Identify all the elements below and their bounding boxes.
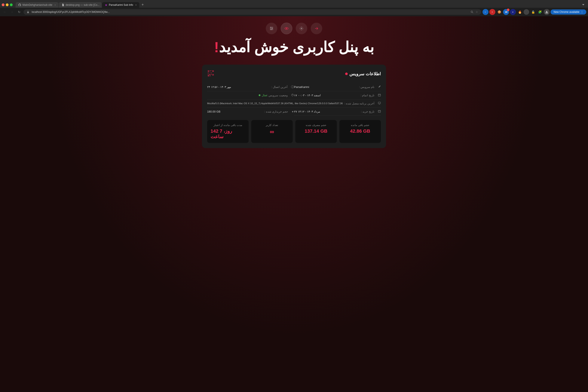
svg-text:M: M — [512, 11, 514, 13]
svg-point-18 — [301, 28, 302, 29]
svg-rect-41 — [378, 110, 380, 112]
consumed-value: 137.14 GB — [305, 128, 328, 134]
more-options-icon: ⋮ — [581, 10, 583, 14]
exclaim-mark: ! — [214, 39, 219, 55]
tab-3-close[interactable]: × — [135, 4, 136, 6]
expiry-row: تاریخ اتمام : ۱۷ اسفند ۱۴۰۳ - ۰۰:۰۳ — [294, 91, 381, 100]
tab-3-label: ParsaKarimi Sub Info — [109, 4, 133, 6]
purchase-date-value: مرداد ۱۴۰۳ - ۱۴:۱۲ ۲۷ — [294, 110, 320, 113]
tab-1-label: MatinDehghanian/sub-vite — [22, 4, 52, 6]
notification-badge — [507, 8, 510, 11]
svg-text:V: V — [485, 11, 486, 13]
extension-icon-shield[interactable]: 🔒 — [530, 9, 536, 15]
svg-rect-27 — [209, 74, 210, 75]
info-circle-icon: ⓘ — [291, 85, 294, 89]
service-name-row: نام سرویس : ParsaKarimi — [294, 83, 381, 91]
extension-icon-1[interactable]: V — [482, 9, 488, 15]
new-tab-button[interactable]: + — [140, 2, 146, 8]
new-chrome-button[interactable]: New Chrome available ⋮ — [550, 10, 586, 14]
tab-3[interactable]: ParsaKarimi Sub Info × — [102, 2, 139, 8]
maximize-button[interactable] — [10, 4, 12, 6]
url-icons: ☆ — [470, 10, 479, 14]
remaining-label: حجم باقی مانده — [351, 124, 369, 127]
user-avatar-icon[interactable]: 18 — [503, 9, 509, 15]
purchased-volume-value: 180.00 GB — [207, 110, 220, 113]
purchased-volume-label: حجم خریداری شده : — [264, 110, 288, 113]
tab-1-close[interactable]: × — [54, 4, 56, 6]
close-button[interactable] — [2, 4, 4, 6]
sparkle-icon: ✦ — [292, 110, 294, 114]
status-dot-green — [259, 94, 260, 96]
github-icon — [18, 4, 21, 6]
service-status-value: فعال — [259, 94, 267, 97]
validity-stat: مدت باقی مانده از اعتبار 142 روز، 7 ساعت — [207, 120, 249, 143]
svg-rect-32 — [378, 94, 380, 96]
service-name-value: ParsaKarimi — [294, 86, 309, 88]
gear-icon-button[interactable] — [296, 23, 307, 34]
tabs-container: MatinDehghanian/sub-vite × desktop.png —… — [16, 2, 580, 8]
purchased-volume-row: ✦ حجم خریداری شده : 180.00 GB — [207, 108, 294, 116]
service-card: اطلاعات سرویس نام سرویس : ParsaKarimi ⓘ … — [202, 64, 386, 148]
svg-rect-26 — [208, 74, 208, 74]
forward-button[interactable]: → — [9, 9, 15, 15]
card-title: اطلاعات سرویس — [345, 71, 381, 76]
consumed-label: حجم مصرف شده — [306, 124, 326, 127]
svg-rect-38 — [378, 102, 380, 104]
arrow-right-icon-button[interactable] — [311, 23, 322, 34]
info-grid: نام سرویس : ParsaKarimi ⓘ آخرین اتصال : … — [207, 83, 381, 116]
extension-icon-cookie[interactable]: 🍪 — [496, 9, 502, 15]
purchase-date-label: تاریخ خرید : — [361, 110, 374, 113]
tab-overflow-button[interactable] — [580, 2, 586, 8]
extension-icon-m[interactable]: M — [510, 9, 516, 15]
svg-rect-19 — [208, 70, 209, 72]
service-status-row: وضعیت سرویس : فعال — [207, 91, 294, 100]
search-icon[interactable] — [470, 10, 474, 14]
browser-chrome: MatinDehghanian/sub-vite × desktop.png —… — [0, 0, 588, 16]
users-count-stat: تعداد کاربر ∞ — [251, 120, 293, 143]
remaining-value: 42.86 GB — [350, 128, 370, 134]
consumed-volume-stat: حجم مصرف شده 137.14 GB — [295, 120, 337, 143]
tab-1[interactable]: MatinDehghanian/sub-vite × — [16, 2, 58, 8]
stats-row: حجم باقی مانده 42.86 GB حجم مصرف شده 137… — [207, 120, 381, 143]
extension-icon-red[interactable]: R — [489, 9, 495, 15]
users-label: تعداد کاربر — [266, 124, 278, 127]
svg-rect-1 — [27, 12, 29, 13]
svg-rect-21 — [212, 70, 212, 71]
extension-icon-puzzle[interactable]: 🧩 — [537, 9, 543, 15]
svg-rect-31 — [212, 74, 214, 75]
validity-value: 142 روز، 7 ساعت — [210, 128, 245, 140]
svg-rect-30 — [211, 74, 212, 75]
svg-rect-29 — [210, 74, 210, 76]
toolbar-icons: V R 🍪 18 M 🔥 🔒 🧩 New Chrome available — [482, 9, 586, 15]
page-content: به پنل کاربری خوش آمدید! — [0, 16, 588, 392]
status-text: فعال — [262, 94, 267, 97]
bookmark-star-icon[interactable]: ☆ — [475, 10, 479, 14]
svg-rect-24 — [210, 72, 210, 73]
service-status-label: وضعیت سرویس : — [267, 94, 288, 97]
url-bar[interactable]: localhost:3000/apilog/UGFyc2FLXJpbWksMTc… — [24, 9, 481, 15]
calendar-icon-2 — [378, 110, 381, 114]
svg-marker-0 — [105, 4, 107, 6]
tab-2[interactable]: desktop.png — sub-vite [Co... × — [59, 2, 102, 8]
svg-point-2 — [471, 11, 472, 12]
sliders-icon-button[interactable] — [266, 23, 277, 34]
reload-button[interactable]: ↻ — [16, 9, 22, 15]
eye-icon-button[interactable] — [281, 23, 292, 34]
extension-icon-flame[interactable]: 🔥 — [517, 9, 523, 15]
back-button[interactable]: ← — [2, 9, 8, 15]
qr-icon — [207, 70, 214, 78]
welcome-text: به پنل کاربری خوش آمدید — [219, 39, 374, 55]
service-name-label: نام سرویس : — [359, 86, 374, 88]
minimize-button[interactable] — [6, 4, 8, 6]
card-header: اطلاعات سرویس — [207, 70, 381, 78]
window-controls — [2, 4, 12, 6]
extension-icon-circle[interactable] — [524, 9, 529, 15]
svg-rect-23 — [208, 72, 208, 73]
svg-point-17 — [286, 28, 287, 29]
star-purple-icon — [105, 4, 108, 6]
users-value: ∞ — [270, 128, 274, 135]
svg-rect-28 — [208, 75, 209, 76]
user-profile-icon[interactable] — [544, 9, 550, 15]
lock-icon — [26, 10, 30, 14]
last-device-row: آخرین برنامه متصل شده : Mozilla/5.0 (Mac… — [207, 100, 381, 108]
